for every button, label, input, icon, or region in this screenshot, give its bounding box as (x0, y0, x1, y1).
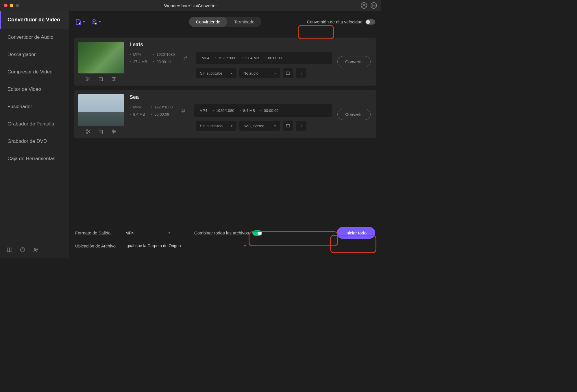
sidebar-item-video-editor[interactable]: Editor de Video (0, 81, 69, 98)
video-thumbnail[interactable] (78, 42, 124, 73)
svg-point-8 (86, 77, 88, 78)
output-meta[interactable]: MP4 1920*1080 8.4 MB 00:00:09 (194, 104, 332, 117)
crop-icon[interactable] (99, 129, 104, 134)
main-panel: ▾ ▾ Convirtiendo Terminado Conversión de… (69, 11, 381, 258)
subtitle-dropdown[interactable]: Sin subtítulos▾ (196, 121, 236, 131)
expand-icon[interactable] (283, 121, 293, 131)
svg-point-16 (113, 130, 114, 131)
account-icon[interactable] (361, 2, 367, 9)
add-disc-button[interactable]: ▾ (91, 19, 101, 25)
file-location-label: Ubicación de Archivo (75, 243, 119, 248)
svg-point-15 (86, 132, 88, 134)
file-name: Sea (130, 94, 332, 100)
high-speed-label: Conversión de alta velocidad (307, 19, 363, 24)
info-icon[interactable]: i (296, 68, 306, 78)
expand-icon[interactable] (283, 68, 293, 78)
add-file-button[interactable]: ▾ (75, 19, 85, 25)
svg-point-11 (114, 79, 115, 79)
start-all-button[interactable]: Iniciar todo (337, 227, 375, 239)
combine-files-label: Combinar todos los archivos (194, 230, 249, 235)
crop-icon[interactable] (99, 76, 104, 82)
help-icon[interactable] (20, 247, 26, 253)
sidebar-item-video-compressor[interactable]: Compresor de Video (0, 63, 69, 81)
sidebar-item-toolbox[interactable]: Caja de Herramientas (0, 150, 69, 167)
svg-point-18 (113, 132, 114, 133)
svg-point-14 (86, 130, 88, 131)
file-location-dropdown[interactable]: Igual que la Carpeta de Origen▾ (123, 242, 249, 250)
svg-point-3 (36, 249, 38, 250)
file-name: Leafs (130, 42, 332, 48)
high-speed-toggle[interactable] (365, 19, 375, 25)
combine-files-toggle[interactable] (252, 230, 262, 236)
svg-point-12 (113, 80, 114, 81)
chevron-down-icon: ▾ (99, 20, 101, 23)
sidebar-item-downloader[interactable]: Descargador (0, 46, 69, 63)
minimize-window-button[interactable] (10, 4, 13, 7)
close-window-button[interactable] (4, 4, 8, 7)
window-controls (4, 4, 19, 7)
effects-icon[interactable] (111, 129, 116, 134)
info-icon[interactable]: i (296, 121, 306, 131)
arrow-convert-icon: ⇄ (181, 108, 186, 114)
chevron-down-icon: ▾ (83, 20, 85, 23)
output-format-dropdown[interactable]: MP4▾ (123, 229, 173, 237)
effects-icon[interactable] (111, 76, 116, 82)
source-meta: MP4 1920*1080 27.4 MB 00:00:11 (130, 52, 175, 64)
sidebar: Convertidor de Video Convertidor de Audi… (0, 11, 69, 258)
svg-point-9 (86, 79, 88, 81)
trim-icon[interactable] (86, 129, 91, 134)
file-list: Leafs MP4 1920*1080 27.4 MB 00:00:11 ⇄ M… (69, 33, 381, 223)
trim-icon[interactable] (86, 76, 91, 82)
file-card: Leafs MP4 1920*1080 27.4 MB 00:00:11 ⇄ M… (74, 38, 376, 86)
footer: Formato de Salida MP4▾ Combinar todos lo… (69, 223, 381, 258)
subtitle-dropdown[interactable]: Sin subtítulos▾ (196, 68, 236, 78)
source-meta: MP4 1920*1080 8.4 MB 00:00:09 (130, 105, 173, 117)
sidebar-item-audio-converter[interactable]: Convertidor de Audio (0, 29, 69, 46)
community-icon[interactable] (33, 247, 39, 253)
svg-point-17 (114, 131, 115, 132)
output-meta[interactable]: MP4 1920*1080 27.4 MB 00:00:11 (196, 52, 332, 64)
sidebar-item-screen-recorder[interactable]: Grabador de Pantalla (0, 115, 69, 133)
maximize-window-button[interactable] (16, 4, 19, 7)
audio-dropdown[interactable]: AAC, Stereo▾ (239, 121, 280, 131)
tab-finished[interactable]: Terminado (227, 17, 261, 27)
feedback-icon[interactable] (371, 2, 377, 9)
arrow-convert-icon: ⇄ (183, 55, 188, 61)
sidebar-item-merger[interactable]: Fusionador (0, 98, 69, 115)
output-format-label: Formato de Salida (75, 230, 119, 235)
titlebar: Wondershare UniConverter (0, 0, 381, 11)
sidebar-item-dvd-burner[interactable]: Grabador de DVD (0, 133, 69, 150)
convert-button[interactable]: Convertir (337, 56, 371, 67)
tab-converting[interactable]: Convirtiendo (189, 17, 227, 27)
convert-button[interactable]: Convertir (337, 109, 371, 120)
svg-point-2 (34, 248, 36, 249)
toolbar: ▾ ▾ Convirtiendo Terminado Conversión de… (69, 11, 381, 33)
guide-icon[interactable] (6, 247, 13, 253)
svg-point-6 (93, 21, 95, 22)
sidebar-item-video-converter[interactable]: Convertidor de Video (0, 11, 69, 29)
app-title: Wondershare UniConverter (164, 3, 217, 8)
audio-dropdown[interactable]: No audio▾ (239, 68, 280, 78)
status-tabs: Convirtiendo Terminado (189, 17, 261, 27)
svg-point-0 (363, 4, 365, 5)
svg-point-10 (113, 77, 114, 78)
file-card: Sea MP4 1920*1080 8.4 MB 00:00:09 ⇄ MP4 … (74, 90, 376, 138)
video-thumbnail[interactable] (78, 94, 124, 126)
